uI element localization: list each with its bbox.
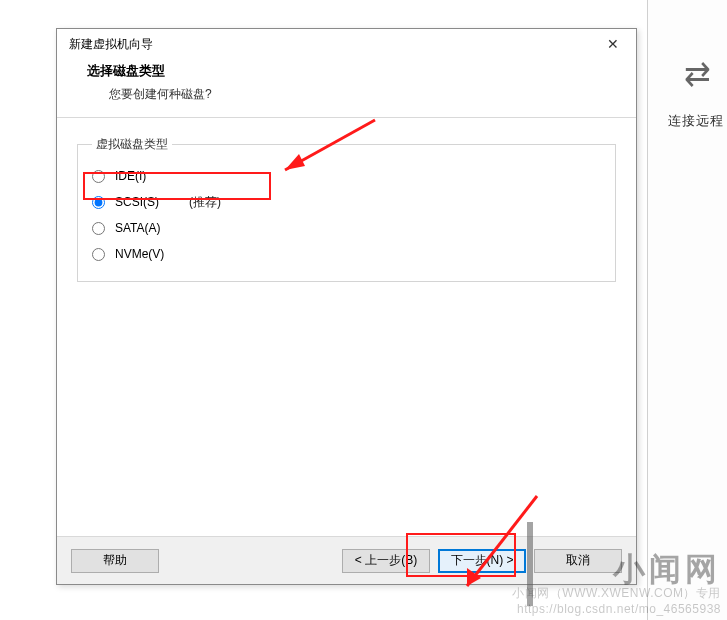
parent-panel: ⇄ 连接远程 bbox=[647, 0, 727, 620]
option-label: IDE(I) bbox=[115, 169, 146, 183]
disk-type-group: 虚拟磁盘类型 IDE(I) SCSI(S) (推荐) SATA(A) NVMe(… bbox=[77, 136, 616, 282]
option-ide[interactable]: IDE(I) bbox=[92, 163, 601, 189]
page-title: 选择磁盘类型 bbox=[87, 63, 616, 80]
back-button[interactable]: < 上一步(B) bbox=[342, 549, 430, 573]
radio-ide[interactable] bbox=[92, 170, 105, 183]
dialog-title: 新建虚拟机向导 bbox=[69, 36, 596, 53]
cancel-button[interactable]: 取消 bbox=[534, 549, 622, 573]
recommended-badge: (推荐) bbox=[189, 194, 221, 211]
close-button[interactable]: ✕ bbox=[596, 32, 630, 56]
wizard-body: 虚拟磁盘类型 IDE(I) SCSI(S) (推荐) SATA(A) NVMe(… bbox=[57, 118, 636, 536]
option-scsi[interactable]: SCSI(S) (推荐) bbox=[92, 189, 601, 215]
help-button[interactable]: 帮助 bbox=[71, 549, 159, 573]
option-sata[interactable]: SATA(A) bbox=[92, 215, 601, 241]
option-label: SCSI(S) bbox=[115, 195, 159, 209]
radio-nvme[interactable] bbox=[92, 248, 105, 261]
next-button[interactable]: 下一步(N) > bbox=[438, 549, 526, 573]
option-label: SATA(A) bbox=[115, 221, 161, 235]
connect-remote-icon: ⇄ bbox=[684, 58, 711, 90]
option-label: NVMe(V) bbox=[115, 247, 164, 261]
wizard-header: 选择磁盘类型 您要创建何种磁盘? bbox=[57, 59, 636, 117]
connect-remote-label: 连接远程 bbox=[668, 112, 724, 130]
radio-scsi[interactable] bbox=[92, 196, 105, 209]
radio-sata[interactable] bbox=[92, 222, 105, 235]
page-subtitle: 您要创建何种磁盘? bbox=[109, 86, 616, 103]
group-legend: 虚拟磁盘类型 bbox=[92, 136, 172, 153]
wizard-footer: 帮助 < 上一步(B) 下一步(N) > 取消 bbox=[57, 536, 636, 584]
titlebar: 新建虚拟机向导 ✕ bbox=[57, 29, 636, 59]
wizard-dialog: 新建虚拟机向导 ✕ 选择磁盘类型 您要创建何种磁盘? 虚拟磁盘类型 IDE(I)… bbox=[56, 28, 637, 585]
option-nvme[interactable]: NVMe(V) bbox=[92, 241, 601, 267]
